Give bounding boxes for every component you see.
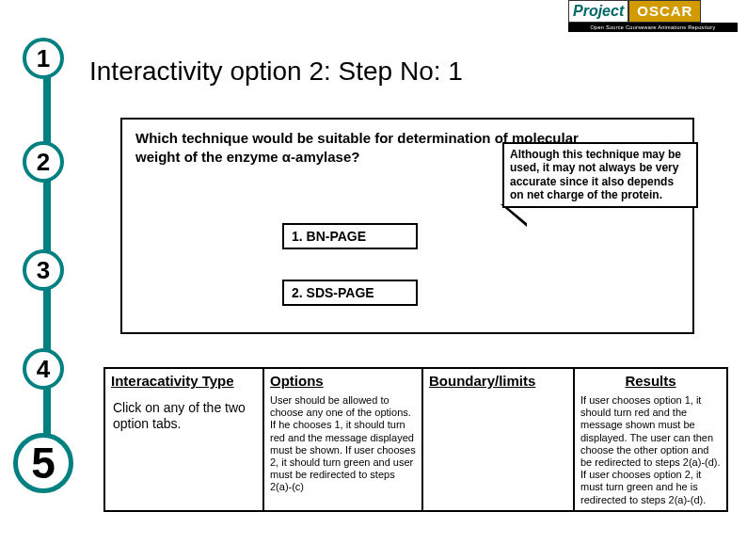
- header-interactivity: Interacativity Type: [105, 369, 262, 391]
- page-title: Interactivity option 2: Step No: 1: [89, 56, 463, 87]
- spec-table: Interacativity Type Click on any of the …: [103, 367, 728, 512]
- project-oscar-logo: Project OSCAR Open Source Courseware Ani…: [568, 0, 738, 34]
- callout-tail: [501, 204, 527, 227]
- logo-tagline: Open Source Courseware Animations Reposi…: [568, 23, 738, 32]
- step-4[interactable]: 4: [23, 348, 64, 390]
- step-2[interactable]: 2: [23, 141, 64, 183]
- cell-results: If user chooses option 1, it should turn…: [575, 391, 726, 510]
- step-1[interactable]: 1: [23, 38, 64, 79]
- header-options: Options: [264, 369, 421, 391]
- header-boundary: Boundary/limits: [423, 369, 573, 391]
- step-3[interactable]: 3: [23, 249, 64, 291]
- option-2-button[interactable]: 2. SDS-PAGE: [282, 280, 418, 306]
- step-navigator: 1 2 3 4 5: [23, 38, 70, 546]
- col-interactivity-type: Interacativity Type Click on any of the …: [105, 369, 264, 510]
- question-panel: Which technique would be suitable for de…: [120, 118, 694, 334]
- cell-options: User should be allowed to choose any one…: [264, 391, 421, 498]
- col-options: Options User should be allowed to choose…: [264, 369, 423, 510]
- col-boundary: Boundary/limits: [423, 369, 575, 510]
- cell-boundary: [423, 391, 573, 398]
- feedback-callout: Although this technique may be used, it …: [502, 142, 698, 208]
- col-results: Results If user chooses option 1, it sho…: [575, 369, 726, 510]
- header-results: Results: [575, 369, 726, 391]
- step-5-current[interactable]: 5: [13, 433, 73, 493]
- option-1-button[interactable]: 1. BN-PAGE: [282, 223, 418, 249]
- logo-brand-left: Project: [568, 0, 628, 23]
- cell-interactivity: Click on any of the two option tabs.: [105, 391, 262, 441]
- logo-brand-right: OSCAR: [628, 0, 701, 23]
